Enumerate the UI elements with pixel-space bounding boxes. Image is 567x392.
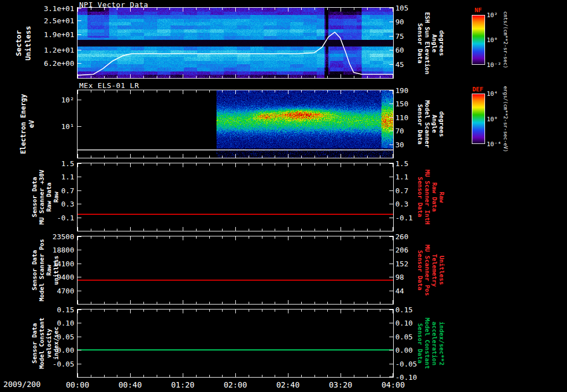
- x-tick-label: 04:00: [382, 380, 405, 389]
- y-tick-label-right: 0.15: [395, 306, 413, 314]
- colorbar-tick-label: 10⁻⁴: [487, 141, 502, 148]
- y-tick-label-right: 0.3: [395, 200, 408, 208]
- colorbar-def-units: ergs/(cm**2-sr-sec-eV): [503, 86, 508, 152]
- scanner-pos-panel: [77, 236, 394, 305]
- colorbar-def-label: DEF: [472, 86, 483, 93]
- y-tick-label-left: 0.3: [61, 200, 74, 208]
- y-tick-label-left: 23500: [53, 233, 74, 241]
- panel2-left-axis-label: Electron Energy eV: [19, 94, 36, 154]
- mu-scanner-30v-panel: [77, 163, 394, 231]
- y-tick-label-right: 0.10: [395, 319, 413, 327]
- y-tick-label-right: 70: [395, 127, 404, 135]
- colorbar-tick-label: 10⁰: [487, 37, 498, 44]
- y-tick-label-left: 0.15: [57, 306, 74, 314]
- y-tick-label-left: 18800: [53, 246, 74, 254]
- y-tick-label-left: 10²: [61, 96, 74, 104]
- y-tick-label-right: -0.05: [395, 359, 417, 368]
- y-tick-label-right: 152: [395, 259, 408, 267]
- x-axis-date-label: 2009/200: [3, 380, 40, 389]
- y-tick-label-right: 0.7: [395, 186, 408, 194]
- panel1-left-axis-label: Sector Unitless: [14, 26, 33, 61]
- panel2-title: MEx ELS-01 LR: [79, 81, 139, 90]
- y-tick-label-left: 10¹: [61, 122, 74, 130]
- y-tick-label-left: 1.1: [61, 173, 74, 181]
- y-tick-label-left: 0.7: [61, 186, 74, 194]
- y-tick-label-left: 1.5: [61, 159, 74, 168]
- y-tick-label-right: 190: [395, 86, 408, 95]
- aspera-multi-panel-plot: NPI Vector Data MEx ELS-01 LR Sector Uni…: [0, 0, 567, 392]
- y-tick-label-right: 1.5: [395, 159, 408, 168]
- model-constant-velocity-panel: [77, 309, 394, 378]
- colorbar-tick-label: 10⁰: [487, 115, 498, 122]
- x-tick-label: 02:00: [224, 380, 247, 389]
- y-tick-label-right: 98: [395, 273, 404, 281]
- colorbar-def: [472, 94, 485, 144]
- y-tick-label-right: 90: [395, 18, 404, 26]
- y-tick-label-right: 206: [395, 246, 408, 254]
- y-tick-label-left: -0.05: [53, 359, 74, 368]
- y-tick-label-right: 44: [395, 286, 404, 295]
- y-tick-label-left: 1.9e+01: [44, 30, 74, 39]
- x-tick-label: 00:40: [118, 380, 142, 389]
- y-tick-label-right: 1.1: [395, 173, 408, 181]
- y-tick-label-left: 4700: [57, 286, 74, 295]
- y-tick-label-right: -0.1: [395, 213, 413, 221]
- x-tick-label: 00:00: [66, 380, 89, 389]
- y-tick-label-right: 0.05: [395, 332, 413, 341]
- y-tick-label-left: 0.10: [57, 319, 74, 327]
- y-tick-label-left: 2.5e+01: [44, 16, 74, 24]
- y-tick-label-left: 3.1e+01: [44, 4, 74, 13]
- y-tick-label-left: 9400: [57, 273, 74, 281]
- panel3-right-axis-label: Sensor Data MU Scanner IntH Raw Data Raw: [416, 169, 445, 224]
- x-tick-label: 01:20: [171, 380, 194, 389]
- y-tick-label-left: 0.00: [57, 346, 74, 354]
- panel5-right-axis-label: Sensor Data Model Constant acceleration …: [416, 318, 445, 369]
- npi-spectrogram-panel: [77, 7, 394, 79]
- panel2-right-axis-label: Sensor Data Model Scanner Angle degrees: [416, 100, 445, 148]
- y-tick-label-left: 1.2e+01: [44, 46, 74, 54]
- y-tick-label-right: 105: [395, 4, 408, 12]
- els-spectrogram-canvas: [78, 90, 393, 158]
- colorbar-tick-label: 10⁴: [487, 90, 498, 97]
- y-tick-label-right: 60: [395, 46, 404, 54]
- colorbar-nf-label: NF: [475, 7, 482, 14]
- colorbar-tick-label: 10⁻²: [487, 61, 502, 69]
- colorbar-nf: [472, 15, 485, 65]
- y-tick-label-right: 110: [395, 113, 408, 121]
- y-tick-label-right: 45: [395, 60, 404, 68]
- colorbar-tick-label: 10²: [487, 12, 498, 19]
- x-tick-label: 02:40: [276, 380, 300, 389]
- npi-spectrogram-canvas: [78, 8, 393, 78]
- x-tick-label: 03:20: [329, 380, 352, 389]
- y-tick-label-left: -0.1: [57, 213, 74, 221]
- els-spectrogram-panel: [77, 90, 394, 158]
- y-tick-label-left: 0.05: [57, 332, 74, 341]
- panel3-left-axis-label: Sensor Data MU Scanner +30V Raw Data Raw: [31, 169, 60, 224]
- y-tick-label-right: 150: [395, 100, 408, 108]
- y-tick-label-left: 6.2e+00: [44, 59, 74, 68]
- mu-scanner-30v-canvas: [78, 163, 393, 231]
- y-tick-label-right: 75: [395, 32, 404, 40]
- y-tick-label-right: 30: [395, 140, 404, 148]
- y-tick-label-right: 260: [395, 233, 408, 241]
- colorbar-nf-units: cnts/(cm**2-sr-sec): [503, 12, 508, 69]
- panel4-right-axis-label: Sensor Data MU Scanner Pos Telemetry Uni…: [416, 245, 445, 296]
- model-constant-velocity-canvas: [78, 310, 393, 377]
- scanner-pos-canvas: [78, 236, 393, 304]
- y-tick-label-left: 14100: [53, 259, 74, 267]
- y-tick-label-right: 0.00: [395, 346, 413, 354]
- panel1-right-axis-label: Sensor Data ESH Sun Elevation Angle degr…: [416, 12, 445, 75]
